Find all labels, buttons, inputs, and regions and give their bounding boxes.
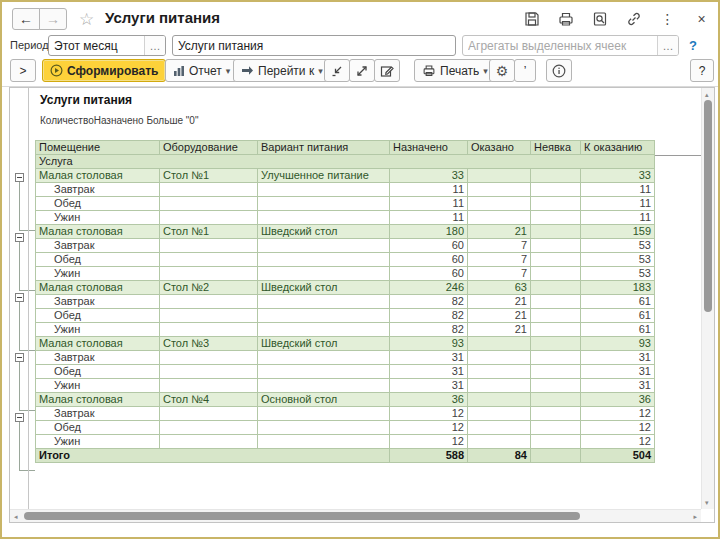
- cell[interactable]: [531, 435, 581, 449]
- cell[interactable]: [160, 267, 258, 281]
- cell[interactable]: [468, 407, 531, 421]
- link-icon[interactable]: [625, 10, 642, 27]
- cell[interactable]: 84: [468, 449, 531, 463]
- cell[interactable]: [531, 449, 581, 463]
- cell[interactable]: 21: [468, 323, 531, 337]
- aggregates-picker-button[interactable]: …: [657, 36, 678, 55]
- help-button[interactable]: ?: [690, 59, 714, 82]
- cell[interactable]: [160, 211, 258, 225]
- cell[interactable]: [160, 351, 258, 365]
- cell[interactable]: Шведский стол: [258, 225, 390, 239]
- cell[interactable]: Малая столовая: [36, 281, 160, 295]
- report-name-input[interactable]: [173, 36, 455, 55]
- cell[interactable]: [531, 365, 581, 379]
- cell[interactable]: [258, 379, 390, 393]
- cell[interactable]: 7: [468, 239, 531, 253]
- cell[interactable]: 93: [581, 337, 655, 351]
- cell[interactable]: [258, 309, 390, 323]
- cell[interactable]: [160, 365, 258, 379]
- cell[interactable]: Ужин: [36, 379, 160, 393]
- cell[interactable]: [468, 169, 531, 183]
- cell[interactable]: Обед: [36, 253, 160, 267]
- info-button[interactable]: [546, 59, 572, 82]
- forward-button[interactable]: →: [39, 8, 67, 30]
- cell[interactable]: 31: [581, 351, 655, 365]
- column-header[interactable]: Оборудование: [160, 141, 258, 155]
- cell[interactable]: Завтрак: [36, 407, 160, 421]
- report-menu-button[interactable]: Отчет ▾: [165, 59, 238, 82]
- cell[interactable]: [531, 225, 581, 239]
- cell[interactable]: [531, 267, 581, 281]
- cell[interactable]: Основной стол: [258, 393, 390, 407]
- cell[interactable]: [258, 365, 390, 379]
- cell[interactable]: [468, 379, 531, 393]
- cell[interactable]: Шведский стол: [258, 337, 390, 351]
- cell[interactable]: 12: [581, 421, 655, 435]
- cell[interactable]: [160, 421, 258, 435]
- cell[interactable]: 7: [468, 267, 531, 281]
- period-input[interactable]: [49, 36, 144, 55]
- cell[interactable]: Ужин: [36, 211, 160, 225]
- cell[interactable]: Малая столовая: [36, 337, 160, 351]
- cell[interactable]: Ужин: [36, 267, 160, 281]
- column-header[interactable]: Вариант питания: [258, 141, 390, 155]
- cell[interactable]: [160, 253, 258, 267]
- cell[interactable]: [531, 351, 581, 365]
- cell[interactable]: 82: [390, 309, 468, 323]
- cell[interactable]: 53: [581, 253, 655, 267]
- cell[interactable]: [531, 197, 581, 211]
- cell[interactable]: [258, 267, 390, 281]
- cell[interactable]: [160, 295, 258, 309]
- cell[interactable]: 31: [390, 365, 468, 379]
- cell[interactable]: 60: [390, 239, 468, 253]
- cell[interactable]: Шведский стол: [258, 281, 390, 295]
- cell[interactable]: 246: [390, 281, 468, 295]
- cell[interactable]: 159: [581, 225, 655, 239]
- cell[interactable]: [258, 211, 390, 225]
- cell[interactable]: 21: [468, 295, 531, 309]
- cell[interactable]: [531, 295, 581, 309]
- collapse-group-icon[interactable]: [15, 173, 24, 182]
- collapse-group-icon[interactable]: [15, 353, 24, 362]
- cell[interactable]: [531, 337, 581, 351]
- scroll-up-icon[interactable]: ▴: [705, 91, 709, 98]
- expand-groups-button[interactable]: [349, 59, 375, 82]
- cell[interactable]: [468, 211, 531, 225]
- cell[interactable]: [258, 421, 390, 435]
- cell[interactable]: [468, 421, 531, 435]
- cell[interactable]: 7: [468, 253, 531, 267]
- cell[interactable]: 61: [581, 295, 655, 309]
- cell[interactable]: Обед: [36, 197, 160, 211]
- collapse-groups-button[interactable]: [324, 59, 350, 82]
- aggregates-help-link[interactable]: ?: [689, 38, 697, 53]
- vertical-scrollbar-thumb[interactable]: [704, 100, 712, 312]
- cell[interactable]: 53: [581, 239, 655, 253]
- cell[interactable]: [531, 211, 581, 225]
- report-variant-button[interactable]: ’: [514, 59, 536, 82]
- cell[interactable]: [468, 365, 531, 379]
- cell[interactable]: [258, 323, 390, 337]
- cell[interactable]: 33: [581, 169, 655, 183]
- cell[interactable]: Малая столовая: [36, 169, 160, 183]
- cell[interactable]: 588: [390, 449, 468, 463]
- column-header[interactable]: Назначено: [390, 141, 468, 155]
- cell[interactable]: 31: [581, 365, 655, 379]
- print-menu-button[interactable]: Печать ▾: [414, 59, 496, 82]
- cell[interactable]: Улучшенное питание: [258, 169, 390, 183]
- cell[interactable]: 36: [581, 393, 655, 407]
- cell[interactable]: [160, 435, 258, 449]
- settings-button[interactable]: ⚙: [489, 59, 515, 82]
- save-icon[interactable]: [523, 10, 540, 27]
- favorite-star-icon[interactable]: ☆: [79, 9, 94, 30]
- aggregates-input[interactable]: [463, 36, 657, 55]
- cell[interactable]: Обед: [36, 421, 160, 435]
- column-header[interactable]: Оказано: [468, 141, 531, 155]
- cell[interactable]: Стол №1: [160, 225, 258, 239]
- preview-icon[interactable]: [591, 10, 608, 27]
- cell[interactable]: 504: [581, 449, 655, 463]
- cell[interactable]: [531, 239, 581, 253]
- cell[interactable]: 11: [390, 183, 468, 197]
- scroll-left-icon[interactable]: ◂: [14, 513, 18, 520]
- cell[interactable]: [468, 351, 531, 365]
- cell[interactable]: 11: [390, 211, 468, 225]
